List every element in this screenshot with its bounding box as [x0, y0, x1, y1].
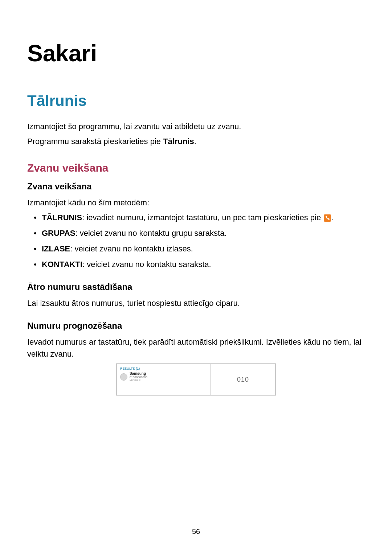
call-icon: [324, 214, 331, 222]
list-item: TĀLRUNIS: ievadiet numuru, izmantojot ta…: [42, 212, 365, 223]
intro-paragraph-2: Programmu sarakstā pieskarieties pie Tāl…: [27, 135, 365, 147]
intro-paragraph-2a: Programmu sarakstā pieskarieties pie: [27, 137, 163, 146]
section-heading: Tālrunis: [27, 92, 365, 110]
phone-screenshot: RESULTS (1) Samsung 01000000000 MOBILE 0…: [116, 364, 276, 395]
subsubsection-heading-3: Numuru prognozēšana: [27, 321, 365, 331]
list-item-bold: GRUPAS: [42, 229, 75, 238]
intro-bold-term: Tālrunis: [163, 137, 194, 146]
methods-intro: Izmantojiet kādu no šīm metodēm:: [27, 197, 365, 209]
results-label: RESULTS (1): [120, 367, 207, 370]
list-item-text: : veiciet zvanu no kontaktu saraksta.: [82, 260, 211, 269]
contact-name: Samsung: [130, 372, 147, 376]
speed-dial-paragraph: Lai izsauktu ātros numurus, turiet nospi…: [27, 297, 365, 309]
subsubsection-heading-1: Zvana veikšana: [27, 181, 365, 192]
subsection-heading: Zvanu veikšana: [27, 162, 365, 174]
list-item: GRUPAS: veiciet zvanu no kontaktu grupu …: [42, 227, 365, 239]
list-item: KONTAKTI: veiciet zvanu no kontaktu sara…: [42, 258, 365, 270]
prediction-paragraph: Ievadot numurus ar tastatūru, tiek parād…: [27, 336, 365, 360]
page-number: 56: [0, 528, 392, 536]
list-item-bold: KONTAKTI: [42, 260, 82, 269]
contact-extra: MOBILE: [130, 379, 147, 382]
intro-paragraph-group: Izmantojiet šo programmu, lai zvanītu va…: [27, 120, 365, 147]
contact-number: 01000000000: [130, 376, 147, 379]
list-item-text: : veiciet zvanu no kontaktu izlases.: [70, 244, 193, 253]
intro-paragraph-2c: .: [194, 137, 196, 146]
subsubsection-heading-2: Ātro numuru sastādīšana: [27, 282, 365, 292]
list-item-text: : veiciet zvanu no kontaktu grupu saraks…: [75, 229, 227, 238]
page-title: Sakari: [27, 40, 365, 67]
list-item-text: : ievadiet numuru, izmantojot tastatūru,…: [82, 213, 323, 222]
figure-container: RESULTS (1) Samsung 01000000000 MOBILE 0…: [27, 364, 365, 395]
list-item-bold: TĀLRUNIS: [42, 213, 82, 222]
intro-paragraph-1: Izmantojiet šo programmu, lai zvanītu va…: [27, 120, 365, 132]
document-page: Sakari Tālrunis Izmantojiet šo programmu…: [0, 0, 392, 395]
contact-info: Samsung 01000000000 MOBILE: [130, 372, 147, 382]
avatar: [120, 373, 127, 381]
list-item-end: .: [331, 213, 333, 222]
dialed-number: 010: [237, 376, 249, 383]
contact-row: Samsung 01000000000 MOBILE: [120, 372, 207, 382]
methods-list: TĀLRUNIS: ievadiet numuru, izmantojot ta…: [27, 212, 365, 270]
suggestion-panel: RESULTS (1) Samsung 01000000000 MOBILE: [117, 364, 210, 395]
list-item-bold: IZLASE: [42, 244, 70, 253]
dial-panel: 010: [210, 364, 275, 395]
list-item: IZLASE: veiciet zvanu no kontaktu izlase…: [42, 243, 365, 255]
